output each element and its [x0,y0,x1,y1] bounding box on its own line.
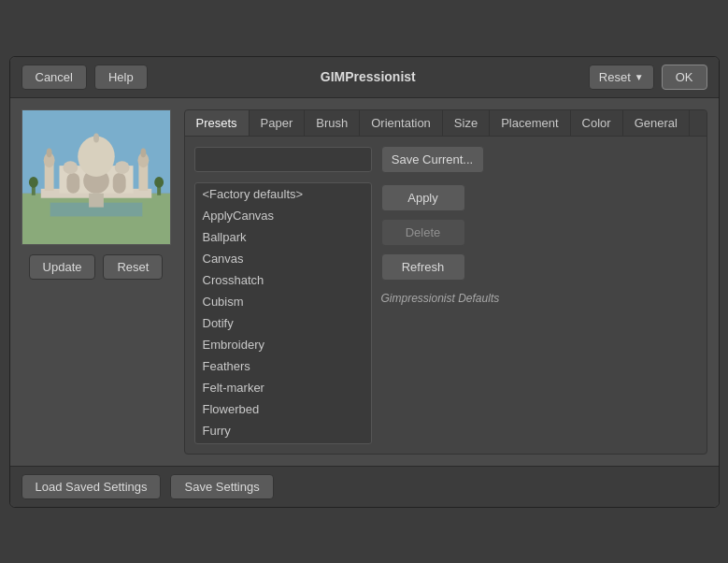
delete-button[interactable]: Delete [381,219,465,246]
ok-button[interactable]: OK [662,65,707,90]
footer: Load Saved Settings Save Settings [10,466,719,507]
list-item[interactable]: Flowerbed [195,398,371,420]
tab-placement[interactable]: Placement [490,110,570,136]
right-panel: Presets Paper Brush Orientation Size Pla… [184,109,707,455]
save-settings-button[interactable]: Save Settings [170,474,273,499]
title-bar-right: Reset ▼ OK [589,65,707,90]
image-reset-button[interactable]: Reset [103,254,163,280]
svg-point-16 [63,161,78,174]
list-item[interactable]: Felt-marker [195,377,371,398]
svg-point-21 [154,177,164,188]
preset-list[interactable]: <Factory defaults> ApplyCanvas Ballpark … [194,182,372,444]
svg-rect-11 [66,173,79,194]
title-bar-left: Cancel Help [21,65,148,90]
preset-actions: Apply Delete Refresh Gimpressionist Defa… [381,182,500,444]
left-panel: Update Reset [21,109,171,455]
svg-point-17 [114,161,129,174]
save-current-button[interactable]: Save Current... [381,146,484,173]
tab-general[interactable]: General [623,110,690,136]
tab-orientation[interactable]: Orientation [360,110,443,136]
content-area: Update Reset Presets Paper Brush Orienta… [10,98,719,466]
list-item[interactable]: Ballpark [195,226,371,248]
list-item[interactable]: Embroidery [195,334,371,355]
preset-name-input[interactable] [194,147,372,172]
refresh-button[interactable]: Refresh [381,253,465,281]
chevron-down-icon: ▼ [635,72,644,82]
apply-button[interactable]: Apply [381,184,465,211]
tab-presets[interactable]: Presets [185,110,250,136]
svg-rect-13 [112,173,125,194]
presets-main: <Factory defaults> ApplyCanvas Ballpark … [194,182,697,444]
preview-image [21,109,171,245]
list-item[interactable]: Canvas [195,248,371,269]
list-item[interactable]: ApplyCanvas [195,205,371,226]
load-saved-button[interactable]: Load Saved Settings [21,474,162,499]
tab-brush[interactable]: Brush [305,110,360,136]
tab-color[interactable]: Color [571,110,623,136]
defaults-label: Gimpressionist Defaults [381,292,500,305]
svg-rect-22 [89,193,104,207]
svg-point-6 [46,148,51,157]
list-item[interactable]: Dotify [195,312,371,334]
list-item[interactable]: Cubism [195,291,371,312]
help-button[interactable]: Help [94,65,148,90]
title-bar: Cancel Help GIMPressionist Reset ▼ OK [10,57,719,98]
cancel-button[interactable]: Cancel [21,65,87,90]
reset-dropdown-button[interactable]: Reset ▼ [589,65,654,90]
reset-label: Reset [599,70,631,84]
list-item[interactable]: Crosshatch [195,269,371,291]
image-buttons: Update Reset [29,254,164,280]
svg-point-9 [140,148,146,157]
tab-paper[interactable]: Paper [250,110,306,136]
svg-point-15 [93,133,99,142]
tab-bar: Presets Paper Brush Orientation Size Pla… [185,110,707,137]
save-row: Save Current... [194,146,697,173]
tab-size[interactable]: Size [443,110,490,136]
main-dialog: Cancel Help GIMPressionist Reset ▼ OK [9,56,720,508]
presets-tab-content: Save Current... <Factory defaults> Apply… [185,137,707,454]
list-item[interactable]: Furry [195,420,371,441]
list-item[interactable]: Feathers [195,355,371,377]
list-item[interactable]: <Factory defaults> [195,183,371,205]
dialog-title: GIMPressionist [148,69,589,84]
update-button[interactable]: Update [29,254,96,280]
svg-point-19 [28,177,37,188]
